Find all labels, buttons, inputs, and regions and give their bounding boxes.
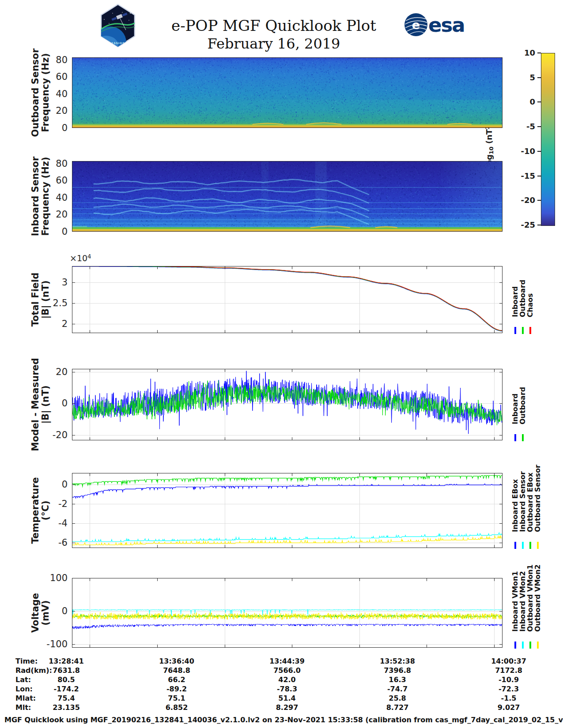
voltage-plot-canvas	[72, 578, 503, 648]
table-cell: 13:36:40	[139, 657, 214, 665]
table-cell: -74.7	[360, 685, 435, 693]
inboard-spectrogram-plot-canvas	[72, 161, 503, 232]
legend-color-key	[514, 327, 516, 334]
temperature-legend: Inboard EBoxInboard SensorOutboard EBoxO…	[511, 465, 541, 532]
legend-label: Inboard VMon1	[511, 571, 519, 632]
legend-label: Inboard	[511, 286, 519, 317]
table-cell: -89.2	[139, 685, 214, 693]
page-title: e-POP MGF Quicklook Plot	[97, 17, 450, 34]
legend-color-key	[537, 642, 539, 649]
legend-label: Outboard VMon2	[534, 564, 541, 632]
colorbar-tick-label: 0	[503, 97, 535, 107]
table-cell: 75.1	[139, 694, 214, 702]
legend-label: Outboard EBox	[526, 473, 534, 532]
table-cell: -10.9	[471, 675, 546, 684]
legend-color-key	[514, 434, 516, 441]
table-cell: 42.0	[249, 675, 325, 684]
colorbar-tick-label: -20	[503, 195, 535, 205]
total-field-plot-canvas	[72, 266, 503, 333]
colorbar-tick-label: -5	[503, 122, 535, 131]
total-field-legend: InboardOutboardChaos	[511, 280, 534, 317]
colorbar-tick-label: -25	[503, 220, 535, 230]
table-cell: 14:00:37	[471, 657, 546, 665]
table-cell: -1.5	[471, 694, 546, 702]
legend-label: Inboard Sensor	[519, 471, 526, 532]
table-cell: 25.8	[360, 694, 435, 702]
legend-color-key	[529, 542, 531, 549]
table-cell: 66.2	[139, 675, 214, 684]
table-cell: -78.3	[249, 685, 325, 693]
y-tick-label: -100	[23, 639, 68, 649]
colorbar-tick-mark	[537, 151, 541, 152]
legend-label: Inboard VMon2	[519, 571, 526, 632]
colorbar-tick-mark	[537, 225, 541, 225]
table-cell: 80.5	[29, 675, 104, 684]
legend-color-key	[529, 642, 531, 649]
legend-color-key	[522, 642, 524, 649]
table-cell: 9.027	[471, 703, 546, 712]
legend-label: Chaos	[526, 293, 534, 317]
total-field-ylabel: Total Field|B| (nT)	[30, 273, 51, 327]
colorbar-tick-mark	[537, 53, 541, 53]
temperature-ylabel: Temperature(°C)	[30, 477, 51, 544]
total-field-legend-keys	[511, 327, 534, 334]
table-cell: 7566.0	[249, 666, 325, 675]
page-date: February 16, 2019	[97, 35, 450, 52]
colorbar-tick-label: -10	[503, 146, 535, 156]
legend-label: Outboard	[519, 280, 526, 317]
table-cell: 6.852	[139, 703, 214, 712]
legend-color-key	[537, 542, 539, 549]
model-measured-legend: InboardOutboard	[511, 387, 526, 424]
temperature-legend-keys	[511, 542, 541, 549]
table-cell: 23.135	[29, 703, 104, 712]
legend-color-key	[529, 327, 531, 334]
colorbar-tick-label: -15	[503, 171, 535, 181]
colorbar-tick-mark	[537, 200, 541, 201]
table-cell: 13:52:38	[360, 657, 435, 665]
colorbar-tick-mark	[537, 77, 541, 78]
voltage-legend: Inboard VMon1Inboard VMon2Outboard VMon1…	[511, 564, 541, 632]
legend-label: Outboard	[519, 387, 526, 424]
outboard-spectrogram-ylabel: Outboard SensorFrequency (Hz)	[30, 49, 51, 137]
table-cell: 8.297	[249, 703, 325, 712]
legend-color-key	[514, 642, 516, 649]
model-measured-ylabel: Model - Measured|B| (nT)	[30, 358, 51, 451]
colorbar-tick-mark	[537, 176, 541, 176]
mgf-quicklook-figure: CASSIOPE e-POP MGF Quicklook Plot Februa…	[0, 0, 563, 728]
legend-color-key	[522, 542, 524, 549]
table-cell: -174.2	[29, 685, 104, 693]
voltage-ylabel: Voltage(mV)	[30, 593, 51, 633]
legend-label: Outboard Sensor	[534, 465, 541, 532]
table-cell: 7648.8	[139, 666, 214, 675]
model-measured-legend-keys	[511, 434, 526, 441]
colorbar-tick-mark	[537, 101, 541, 102]
legend-color-key	[522, 327, 524, 334]
legend-label: Inboard EBox	[511, 479, 519, 532]
esa-logo: e esa	[404, 11, 466, 38]
colorbar-tick-label: 5	[503, 73, 535, 83]
legend-color-key	[522, 434, 524, 441]
table-cell: 51.4	[249, 694, 325, 702]
temperature-plot-canvas	[72, 473, 503, 548]
table-cell: 16.3	[360, 675, 435, 684]
table-cell: 7396.8	[360, 666, 435, 675]
footer-note: MGF Quicklook using MGF_20190216_132841_…	[4, 716, 563, 724]
colorbar	[541, 53, 555, 226]
legend-label: Inboard	[511, 394, 519, 424]
table-cell: 7172.8	[471, 666, 546, 675]
voltage-legend-keys	[511, 642, 541, 649]
table-cell: 13:44:39	[249, 657, 325, 665]
colorbar-tick-label: 10	[503, 48, 535, 58]
y-tick-label: 100	[23, 573, 68, 583]
table-cell: 75.4	[29, 694, 104, 702]
esa-logo-text: esa	[428, 13, 465, 37]
total-field-exponent: ×104	[70, 253, 91, 263]
table-cell: 8.727	[360, 703, 435, 712]
colorbar-tick-mark	[537, 126, 541, 127]
outboard-spectrogram-plot-canvas	[72, 57, 503, 128]
model-measured-plot-canvas	[72, 369, 503, 440]
legend-color-key	[514, 542, 516, 549]
table-cell: 7631.8	[29, 666, 104, 675]
svg-text:e: e	[412, 18, 420, 32]
legend-label: Outboard VMon1	[526, 564, 534, 632]
